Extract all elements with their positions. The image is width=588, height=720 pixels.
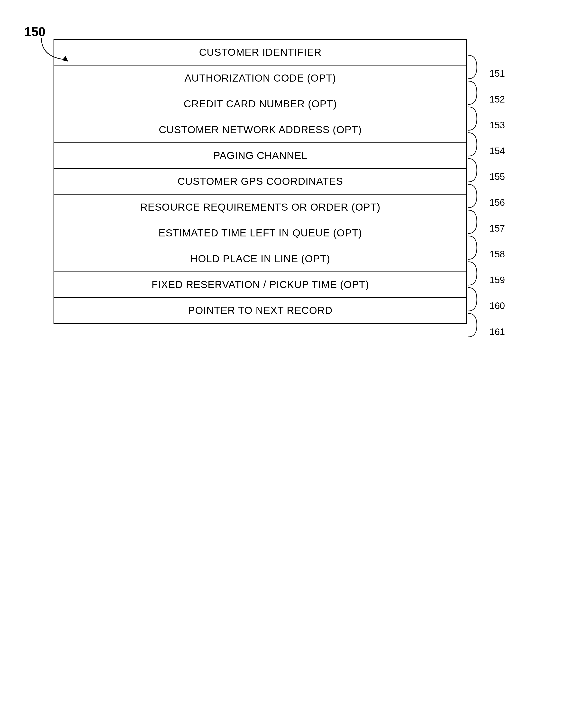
bracket-label: 153 xyxy=(467,106,535,132)
bracket-number: 161 xyxy=(489,327,535,337)
table-row: CUSTOMER IDENTIFIER xyxy=(54,39,467,65)
figure-number-150: 150 xyxy=(24,24,45,39)
bracket-label: 160 xyxy=(467,286,535,312)
bracket-number: 158 xyxy=(489,249,535,260)
bracket-label: 152 xyxy=(467,80,535,106)
bracket-number: 151 xyxy=(489,68,535,79)
bracket-label: 154 xyxy=(467,132,535,157)
bracket-label: 156 xyxy=(467,183,535,209)
record-table-container: CUSTOMER IDENTIFIERAUTHORIZATION CODE (O… xyxy=(54,39,467,324)
record-table: CUSTOMER IDENTIFIERAUTHORIZATION CODE (O… xyxy=(54,39,467,324)
bracket-number: 153 xyxy=(489,120,535,131)
table-row: POINTER TO NEXT RECORD xyxy=(54,298,467,324)
table-row: CUSTOMER NETWORK ADDRESS (OPT) xyxy=(54,117,467,143)
table-row: AUTHORIZATION CODE (OPT) xyxy=(54,65,467,91)
table-row: HOLD PLACE IN LINE (OPT) xyxy=(54,246,467,272)
bracket-label: 159 xyxy=(467,261,535,286)
bracket-label: 161 xyxy=(467,312,535,338)
bracket-number: 159 xyxy=(489,275,535,285)
bracket-number: 157 xyxy=(489,223,535,234)
bracket-label: 151 xyxy=(467,54,535,80)
bracket-label: 157 xyxy=(467,209,535,235)
bracket-label: 155 xyxy=(467,157,535,183)
bracket-number: 160 xyxy=(489,301,535,311)
table-row: CUSTOMER GPS COORDINATES xyxy=(54,168,467,194)
table-row: CREDIT CARD NUMBER (OPT) xyxy=(54,91,467,117)
figure-caption: FIG. 1b xyxy=(24,0,560,5)
bracket-label: 158 xyxy=(467,235,535,261)
bracket-number: 152 xyxy=(489,94,535,105)
table-row: PAGING CHANNEL xyxy=(54,143,467,168)
table-row: RESOURCE REQUIREMENTS OR ORDER (OPT) xyxy=(54,194,467,220)
bracket-number: 155 xyxy=(489,172,535,182)
bracket-number: 154 xyxy=(489,146,535,156)
table-row: ESTIMATED TIME LEFT IN QUEUE (OPT) xyxy=(54,220,467,246)
table-row: FIXED RESERVATION / PICKUP TIME (OPT) xyxy=(54,272,467,298)
bracket-number: 156 xyxy=(489,198,535,208)
